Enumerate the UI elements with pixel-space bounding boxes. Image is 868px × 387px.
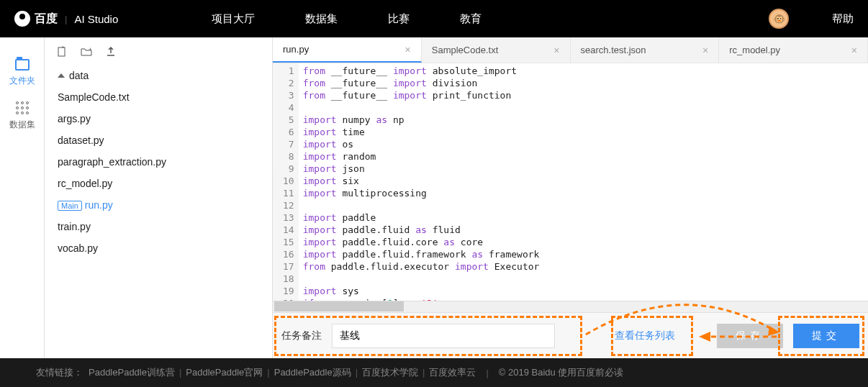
- nav-competitions[interactable]: 比赛: [388, 12, 410, 26]
- tree-file[interactable]: Mainrun.py: [56, 194, 261, 216]
- file-name: run.py: [85, 199, 113, 211]
- footer-link[interactable]: 百度技术学院: [362, 367, 418, 378]
- dataset-icon: [16, 101, 29, 114]
- tree-file[interactable]: train.py: [56, 216, 261, 237]
- scrollbar-thumb[interactable]: [274, 301, 404, 311]
- editor-tab[interactable]: rc_model.py×: [719, 37, 868, 63]
- horizontal-scrollbar[interactable]: [273, 301, 868, 312]
- svg-text:+: +: [61, 46, 65, 50]
- main-nav: 项目大厅 数据集 比赛 教育: [212, 12, 482, 26]
- footer: 友情链接： PaddlePaddle训练营|PaddlePaddle官网|Pad…: [0, 358, 868, 387]
- svg-text:+: +: [89, 46, 92, 53]
- file-name: SampleCode.txt: [58, 91, 130, 103]
- remark-label: 任务备注: [281, 329, 322, 342]
- file-explorer: + + data SampleCode.txtargs.pydataset.py…: [45, 37, 272, 358]
- file-toolbar: + +: [45, 43, 272, 65]
- nav-education[interactable]: 教育: [460, 12, 482, 26]
- brand-text: 百度: [35, 12, 58, 27]
- editor-tab[interactable]: SampleCode.txt×: [422, 37, 571, 63]
- tree-file[interactable]: paragraph_extraction.py: [56, 151, 261, 173]
- user-avatar-icon[interactable]: 🐵: [769, 9, 789, 29]
- activity-datasets-label: 数据集: [9, 119, 35, 131]
- file-name: paragraph_extraction.py: [58, 156, 166, 168]
- main-badge: Main: [58, 201, 82, 211]
- tree-file[interactable]: args.py: [56, 108, 261, 129]
- line-gutter: 123456789101112131415161718192021222324: [273, 63, 299, 301]
- editor-pane: ◀ run.py×SampleCode.txt×search.test.json…: [272, 37, 868, 358]
- footer-copyright: © 2019 Baidu 使用百度前必读: [499, 366, 624, 379]
- save-button[interactable]: 保存: [717, 324, 783, 348]
- chevron-up-icon: [58, 73, 65, 78]
- code-editor[interactable]: 123456789101112131415161718192021222324 …: [273, 63, 868, 301]
- editor-tab[interactable]: run.py×: [273, 37, 422, 63]
- folder-icon: [15, 59, 30, 70]
- new-file-icon[interactable]: +: [56, 46, 68, 58]
- close-icon[interactable]: ×: [405, 44, 411, 55]
- tree-folder-data[interactable]: data: [56, 65, 261, 86]
- submit-button[interactable]: 提交: [793, 324, 859, 348]
- task-bottom-bar: 任务备注 查看任务列表 保存 提交: [273, 312, 868, 358]
- close-icon[interactable]: ×: [553, 45, 559, 56]
- activity-files[interactable]: 文件夹: [0, 52, 44, 94]
- upload-icon[interactable]: [105, 46, 117, 58]
- file-name: vocab.py: [58, 242, 98, 254]
- tab-label: rc_model.py: [729, 45, 780, 55]
- file-name: args.py: [58, 113, 91, 124]
- editor-tabs: run.py×SampleCode.txt×search.test.json×r…: [273, 37, 868, 63]
- nav-projects[interactable]: 项目大厅: [212, 12, 255, 26]
- file-name: train.py: [58, 221, 91, 232]
- tree-file[interactable]: dataset.py: [56, 129, 261, 151]
- close-icon[interactable]: ×: [702, 45, 708, 56]
- activity-bar: 文件夹 数据集: [0, 37, 45, 358]
- folder-label: data: [69, 70, 89, 81]
- file-tree: data SampleCode.txtargs.pydataset.pypara…: [45, 65, 272, 259]
- remark-input[interactable]: [332, 324, 555, 348]
- activity-datasets[interactable]: 数据集: [0, 94, 44, 138]
- footer-link[interactable]: 百度效率云: [429, 367, 476, 378]
- main-area: 文件夹 数据集 + + data SampleCode.txtargs.pyda…: [0, 37, 868, 358]
- new-folder-icon[interactable]: +: [81, 46, 92, 58]
- tree-file[interactable]: rc_model.py: [56, 173, 261, 194]
- tab-label: run.py: [283, 44, 309, 55]
- studio-text: AI Studio: [74, 13, 118, 25]
- baidu-paw-icon: [14, 11, 30, 27]
- nav-datasets[interactable]: 数据集: [305, 12, 338, 26]
- logo-area: 百度 | AI Studio: [14, 11, 118, 27]
- code-content[interactable]: from __future__ import absolute_importfr…: [299, 63, 868, 301]
- tree-file[interactable]: SampleCode.txt: [56, 86, 261, 108]
- footer-link[interactable]: PaddlePaddle训练营: [89, 367, 175, 378]
- top-navbar: 百度 | AI Studio 项目大厅 数据集 比赛 教育 🐵 帮助: [0, 0, 868, 37]
- tree-file[interactable]: vocab.py: [56, 237, 261, 259]
- footer-label: 友情链接：: [36, 366, 83, 379]
- file-name: dataset.py: [58, 135, 104, 146]
- footer-link[interactable]: PaddlePaddle源码: [274, 367, 351, 378]
- footer-link[interactable]: PaddlePaddle官网: [186, 367, 263, 378]
- activity-files-label: 文件夹: [9, 75, 35, 87]
- file-name: rc_model.py: [58, 178, 112, 189]
- view-tasks-link[interactable]: 查看任务列表: [615, 329, 675, 342]
- header-right: 🐵 帮助: [769, 9, 854, 29]
- editor-tab[interactable]: search.test.json×: [571, 37, 720, 63]
- help-link[interactable]: 帮助: [832, 12, 854, 26]
- brand-divider: |: [65, 14, 67, 24]
- tab-label: search.test.json: [581, 45, 646, 55]
- close-icon[interactable]: ×: [851, 45, 857, 56]
- tab-label: SampleCode.txt: [432, 45, 499, 55]
